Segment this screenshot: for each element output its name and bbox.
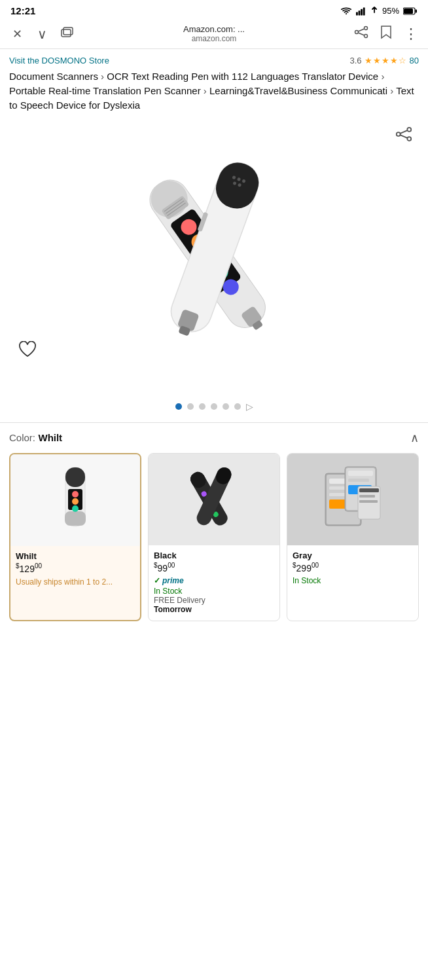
svg-rect-70 [359,488,379,492]
svg-line-18 [400,135,407,138]
wishlist-button[interactable] [18,341,37,362]
carousel-dots: ▷ [9,401,419,412]
color-price-whilt: $12900 [16,562,135,574]
bookmark-button[interactable] [377,25,395,43]
battery-icon [403,7,418,15]
svg-point-48 [72,498,79,505]
color-option-whilt[interactable]: Whilt $12900 Usually ships within 1 to 2… [9,453,141,621]
svg-point-49 [72,505,79,512]
svg-rect-45 [65,511,86,526]
tabs-button[interactable] [58,26,76,41]
color-label-row: Color: Whilt [9,432,62,444]
color-info-black: Black $9900 ✓ prime In Stock FREE Delive… [149,545,279,614]
svg-rect-66 [348,471,373,476]
carousel-dot-4[interactable] [211,403,217,410]
svg-point-16 [407,137,411,141]
store-rating-row: Visit the DOSMONO Store 3.6 ★★★★☆ 80 [9,56,419,65]
color-image-black [149,454,279,545]
color-status-whilt: Usually ships within 1 to 2... [16,577,135,588]
color-option-gray[interactable]: Gray $29900 In Stock [287,453,419,621]
signal-icon [356,7,366,16]
color-status-gray: In Stock [293,576,413,585]
color-option-black[interactable]: Black $9900 ✓ prime In Stock FREE Delive… [148,453,280,621]
svg-point-9 [365,27,368,30]
svg-line-17 [400,130,407,134]
color-price-gray: $29900 [293,562,413,573]
star-rating: ★★★★☆ [365,56,407,65]
svg-rect-1 [359,10,361,15]
carousel-dot-5[interactable] [223,403,229,410]
status-time: 12:21 [10,5,35,16]
wifi-icon [340,7,352,16]
svg-point-47 [72,491,79,498]
svg-rect-71 [359,495,375,498]
color-collapse-button[interactable]: ∧ [410,431,419,445]
close-button[interactable]: ✕ [8,27,26,41]
page-content: Visit the DOSMONO Store 3.6 ★★★★☆ 80 Doc… [0,49,428,412]
rating-area: 3.6 ★★★★☆ 80 [349,56,419,65]
color-header: Color: Whilt ∧ [9,431,419,445]
svg-rect-8 [63,27,73,35]
status-bar: 12:21 95% [0,0,428,19]
color-name-black: Black [154,551,274,560]
store-link[interactable]: Visit the DOSMONO Store [9,56,109,65]
rating-number: 3.6 [349,56,361,65]
section-divider [0,422,428,423]
color-section: Color: Whilt ∧ [0,431,428,621]
review-count[interactable]: 80 [410,56,419,65]
color-selected-value: Whilt [38,432,62,443]
carousel-dot-2[interactable] [187,403,194,410]
svg-rect-72 [359,500,378,503]
browser-bar: ✕ ∨ Amazon.com: ... amazon.com ⋮ [0,19,428,49]
battery-percentage: 95% [382,6,399,16]
svg-point-15 [397,132,401,136]
color-image-gray [287,454,418,545]
carousel-dot-3[interactable] [199,403,205,410]
carousel-dot-1[interactable] [175,403,182,410]
product-share-button[interactable] [395,126,412,146]
color-price-black: $9900 [154,562,274,573]
color-options-grid: Whilt $12900 Usually ships within 1 to 2… [9,453,419,621]
color-name-gray: Gray [293,551,413,560]
color-image-whilt [10,454,140,546]
color-label: Color: [9,432,35,443]
free-delivery-black: FREE Delivery [154,596,274,605]
carousel-next-button[interactable]: ▷ [246,401,253,412]
address-bar[interactable]: Amazon.com: ... amazon.com [82,24,346,43]
svg-point-10 [355,31,359,34]
svg-rect-0 [356,12,358,15]
carousel-dot-6[interactable] [234,403,241,410]
color-name-whilt: Whilt [16,551,135,561]
status-icons: 95% [340,6,418,16]
color-status-black: In Stock [154,587,274,596]
svg-point-14 [407,128,411,132]
site-url: amazon.com [82,34,346,43]
svg-line-12 [358,29,364,31]
site-title: Amazon.com: ... [82,24,346,34]
svg-rect-3 [363,7,365,15]
color-info-whilt: Whilt $12900 Usually ships within 1 to 2… [10,546,140,587]
svg-rect-67 [348,479,369,482]
svg-rect-5 [404,9,413,14]
delivery-time-black: Tomorrow [154,605,274,614]
prime-badge-black: ✓ prime [154,576,274,585]
svg-rect-6 [416,9,418,12]
color-info-gray: Gray $29900 In Stock [287,545,418,585]
more-menu-button[interactable]: ⋮ [402,26,420,43]
product-image [106,126,322,388]
svg-rect-44 [65,467,85,487]
svg-point-11 [365,35,368,38]
dropdown-button[interactable]: ∨ [33,26,51,42]
svg-rect-7 [62,29,71,37]
svg-rect-2 [361,9,363,15]
svg-line-13 [358,33,364,35]
product-title: Document Scanners › OCR Text Reading Pen… [9,69,419,112]
share-button[interactable] [352,26,370,42]
upload-icon [370,7,378,16]
product-image-area [9,120,419,395]
